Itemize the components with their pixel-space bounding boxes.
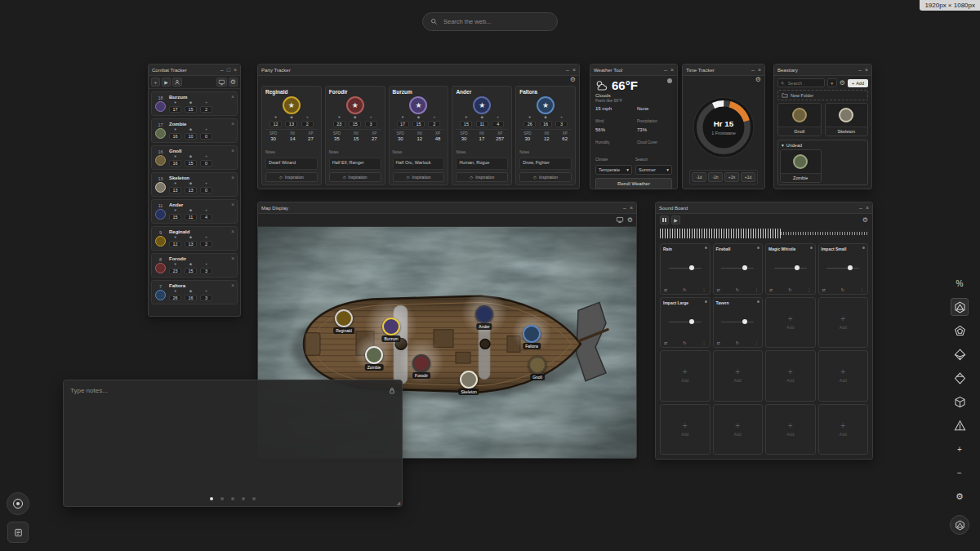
bonus-value[interactable]: 3 <box>200 268 212 274</box>
d4-dice-button[interactable] <box>951 416 969 434</box>
notes-text[interactable]: Dwarf Wizard <box>265 158 318 170</box>
creature-search-box[interactable] <box>777 78 825 87</box>
bonus-value[interactable]: 3 <box>555 121 568 127</box>
loop-icon[interactable]: ↻ <box>683 340 686 345</box>
hp-value[interactable]: 23 <box>169 268 181 274</box>
close-icon[interactable]: × <box>572 67 576 73</box>
settings-gear-icon[interactable]: ⚙ <box>229 78 238 87</box>
volume-knob[interactable] <box>848 265 853 270</box>
bonus-value[interactable]: 3 <box>365 121 377 127</box>
d20-dice-button[interactable] <box>951 298 969 316</box>
crossfade-icon[interactable]: ⇄ <box>717 340 720 345</box>
hp-value[interactable]: 16 <box>169 160 181 167</box>
party-card[interactable]: Ander ★ ♥15 ◆11 +4 SPD30 INI17 XP257 Not… <box>452 86 512 185</box>
map-token[interactable]: Faltora <box>523 325 541 343</box>
notes-text[interactable]: Half Orc, Warlock <box>393 158 445 170</box>
settings-gear-icon[interactable]: ⚙ <box>840 80 845 87</box>
ac-value[interactable]: 11 <box>185 214 197 220</box>
time-step-button[interactable]: -1d <box>692 172 706 182</box>
creature-card[interactable]: Skeleton <box>825 103 869 136</box>
player-view-icon[interactable] <box>616 216 624 224</box>
hp-value[interactable]: 15 <box>460 121 472 127</box>
hp-value[interactable]: 17 <box>169 106 181 113</box>
minimize-icon[interactable]: – <box>859 205 862 211</box>
loop-icon[interactable]: ↻ <box>683 287 686 292</box>
ac-value[interactable]: 15 <box>412 121 425 127</box>
map-token[interactable]: Ander <box>475 305 493 323</box>
combat-tracker-header[interactable]: Combat Tracker – □ × <box>149 64 240 76</box>
empty-sound-pad[interactable]: + Add <box>765 297 816 349</box>
combatant-row[interactable]: 17 Zombie ♥16 ◆10 +0 × <box>151 118 238 143</box>
dice-settings-button[interactable]: ⚙ <box>951 487 969 505</box>
time-step-button[interactable]: -1h <box>708 172 723 182</box>
minimize-icon[interactable]: – <box>566 67 569 73</box>
combatant-row[interactable]: 8 Forodir ♥23 ◆15 +3 × <box>151 253 238 278</box>
time-dial[interactable]: Hr 15 1 Frostwane <box>692 96 755 159</box>
hp-value[interactable]: 13 <box>169 187 181 193</box>
minimize-icon[interactable]: – <box>751 67 755 73</box>
empty-sound-pad[interactable]: + Add <box>818 404 869 455</box>
minimize-icon[interactable]: – <box>220 67 224 73</box>
pad-menu-icon[interactable]: ⋮ <box>860 287 864 292</box>
sound-pad[interactable]: Tavern ⇄ ↻ ⋮ <box>713 297 764 349</box>
notes-input[interactable] <box>69 385 390 495</box>
hp-value[interactable]: 26 <box>169 295 181 301</box>
map-token[interactable]: Skeleton <box>460 371 478 389</box>
close-icon[interactable]: × <box>865 67 868 73</box>
combatant-row[interactable]: 18 Burzum ♥17 ◆15 +2 × <box>151 91 238 116</box>
combatant-row[interactable]: 13 Skeleton ♥13 ◆13 +0 × <box>151 172 238 197</box>
loop-icon[interactable]: ↻ <box>788 287 791 292</box>
empty-sound-pad[interactable]: + Add <box>818 297 869 349</box>
page-dot[interactable] <box>231 497 234 500</box>
inspiration-toggle[interactable]: ◇ Inspiration <box>456 172 508 182</box>
ac-value[interactable]: 11 <box>476 121 488 127</box>
party-card[interactable]: Reginald ★ ♥12 ◆13 +2 SPD30 INI14 XP27 N… <box>261 86 322 185</box>
inspiration-toggle[interactable]: ◇ Inspiration <box>265 172 318 182</box>
remove-combatant-icon[interactable]: × <box>231 121 234 127</box>
volume-slider[interactable] <box>721 268 754 269</box>
resize-handle-icon[interactable]: ◢ <box>396 500 400 505</box>
web-search-bar[interactable] <box>422 12 558 31</box>
sound-pad[interactable]: Fireball ⇄ ↻ ⋮ <box>713 243 764 295</box>
maximize-icon[interactable]: □ <box>227 67 230 73</box>
settings-gear-icon[interactable]: ⚙ <box>755 77 761 83</box>
inspiration-toggle[interactable]: ◇ Inspiration <box>393 172 445 182</box>
next-turn-button[interactable]: ▶ <box>162 78 171 87</box>
weather-toggle[interactable] <box>667 78 672 83</box>
ac-value[interactable]: 13 <box>185 187 197 193</box>
page-dot[interactable] <box>210 497 213 500</box>
close-icon[interactable]: × <box>866 205 869 211</box>
empty-sound-pad[interactable]: + Add <box>660 350 710 402</box>
inspiration-toggle[interactable]: ◇ Inspiration <box>519 172 572 182</box>
ac-value[interactable]: 15 <box>349 121 361 127</box>
ac-value[interactable]: 16 <box>185 295 197 301</box>
volume-knob[interactable] <box>689 265 694 270</box>
volume-slider[interactable] <box>669 322 702 322</box>
bonus-value[interactable]: 4 <box>492 121 504 127</box>
volume-slider[interactable] <box>721 322 754 322</box>
bonus-value[interactable]: 0 <box>200 133 212 140</box>
ac-value[interactable]: 15 <box>185 268 197 274</box>
settings-gear-icon[interactable]: ⚙ <box>627 217 633 224</box>
volume-slider[interactable] <box>669 268 702 269</box>
sound-pad[interactable]: Rain ⇄ ↻ ⋮ <box>660 243 710 295</box>
bonus-value[interactable]: 4 <box>200 214 212 220</box>
time-step-button[interactable]: +1d <box>741 172 755 182</box>
empty-sound-pad[interactable]: + Add <box>713 404 764 455</box>
remove-combatant-icon[interactable]: × <box>231 282 234 288</box>
pause-button[interactable] <box>660 216 669 224</box>
ac-value[interactable]: 16 <box>540 121 552 127</box>
combatant-row[interactable]: 11 Ander ♥15 ◆11 +4 × <box>151 199 238 224</box>
map-token[interactable]: Burzum <box>382 318 400 335</box>
hp-value[interactable]: 12 <box>169 241 181 247</box>
remove-combatant-icon[interactable]: × <box>231 175 234 180</box>
volume-knob[interactable] <box>742 319 747 324</box>
crossfade-icon[interactable]: ⇄ <box>822 287 826 292</box>
add-die-button[interactable]: + <box>951 440 969 458</box>
climate-select[interactable]: Temperate ▾ <box>595 165 632 175</box>
crossfade-icon[interactable]: ⇄ <box>769 287 773 292</box>
volume-knob[interactable] <box>689 319 694 324</box>
page-dot[interactable] <box>242 497 245 500</box>
minimize-icon[interactable]: – <box>664 67 667 73</box>
play-button[interactable]: ▶ <box>671 216 680 224</box>
